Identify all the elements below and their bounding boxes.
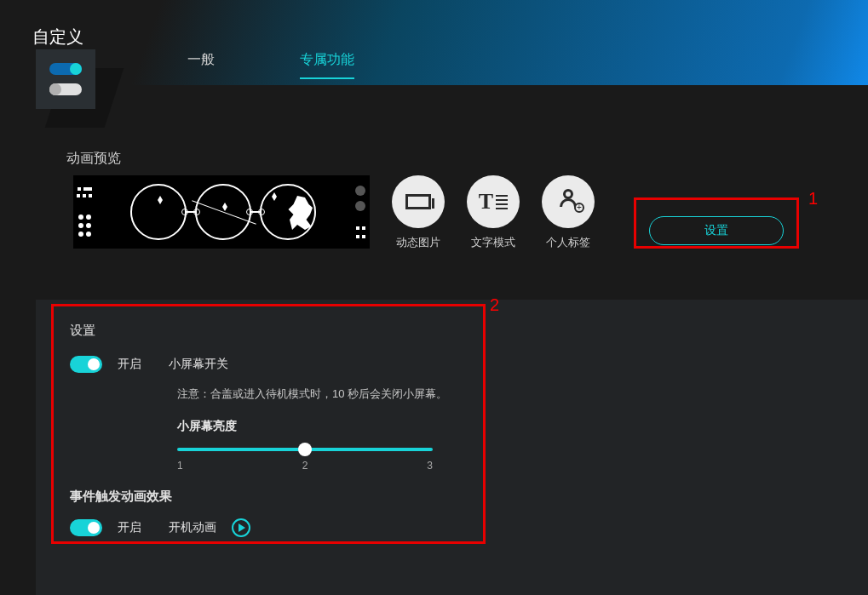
brightness-slider[interactable] (177, 448, 433, 451)
boot-anim-on-label: 开启 (118, 520, 141, 535)
boot-anim-label: 开机动画 (169, 520, 216, 535)
mode-personal-tag[interactable]: + 个人标签 (542, 175, 595, 250)
mini-toggle-icon-off (49, 83, 82, 95)
mini-toggle-icon-on (49, 63, 82, 75)
brightness-ticks: 1 2 3 (177, 460, 433, 472)
tab-general[interactable]: 一般 (187, 51, 215, 79)
brightness-slider-thumb[interactable] (298, 443, 312, 456)
mode-personal-tag-label: 个人标签 (546, 235, 590, 250)
mode-dynamic-image[interactable]: 动态图片 (392, 175, 445, 250)
screen-switch-toggle[interactable] (70, 356, 102, 373)
mode-text-label: 文字模式 (471, 235, 515, 250)
screen-switch-note: 注意：合盖或进入待机模式时，10 秒后会关闭小屏幕。 (177, 386, 467, 402)
event-section-title: 事件触发动画效果 (70, 489, 467, 505)
page-title: 自定义 (32, 26, 83, 49)
settings-button[interactable]: 设置 (649, 216, 784, 245)
mode-dynamic-image-label: 动态图片 (396, 235, 440, 250)
dynamic-image-icon (405, 194, 431, 209)
annotation-label-1: 1 (808, 189, 818, 209)
annotation-label-2: 2 (490, 295, 499, 315)
play-icon[interactable] (232, 518, 250, 537)
text-mode-icon: T (479, 192, 508, 211)
module-icon (36, 49, 109, 123)
mode-text[interactable]: T 文字模式 (467, 175, 520, 250)
animation-preview[interactable] (73, 175, 370, 249)
boot-anim-toggle[interactable] (70, 519, 102, 536)
panel-title: 设置 (70, 323, 467, 339)
screen-switch-label: 小屏幕开关 (169, 357, 228, 372)
toggle-on-label: 开启 (118, 357, 141, 372)
tab-exclusive[interactable]: 专属功能 (300, 51, 354, 79)
tabs: 一般 专属功能 (187, 51, 354, 79)
brightness-label: 小屏幕亮度 (177, 419, 467, 434)
preview-label: 动画预览 (66, 150, 121, 168)
person-tag-icon: + (555, 189, 581, 215)
